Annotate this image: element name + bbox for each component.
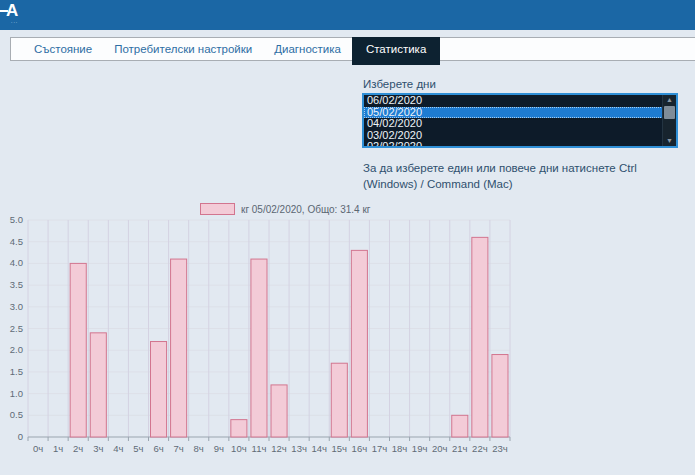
tab-diagnostics[interactable]: Диагностика: [263, 38, 352, 60]
svg-text:1.0: 1.0: [10, 388, 23, 399]
bar-15ч: [331, 363, 347, 437]
bar-11ч: [251, 259, 267, 437]
svg-text:7ч: 7ч: [174, 443, 184, 454]
svg-text:13ч: 13ч: [291, 443, 307, 454]
bar-23ч: [492, 355, 508, 437]
svg-text:9ч: 9ч: [214, 443, 224, 454]
svg-text:3ч: 3ч: [93, 443, 103, 454]
bar-6ч: [151, 342, 167, 437]
scrollbar-thumb[interactable]: [664, 106, 675, 119]
bar-21ч: [452, 415, 468, 437]
svg-text:5ч: 5ч: [133, 443, 143, 454]
app-window: A ... Състояние Потребителски настройки …: [0, 0, 695, 475]
scroll-up-icon[interactable]: ▲: [663, 95, 676, 105]
logo-subtext: ...: [11, 18, 18, 24]
app-header: A ...: [0, 0, 695, 30]
svg-text:4.5: 4.5: [10, 236, 23, 247]
svg-text:17ч: 17ч: [372, 443, 388, 454]
svg-text:15ч: 15ч: [332, 443, 348, 454]
svg-text:19ч: 19ч: [412, 443, 428, 454]
day-option[interactable]: 04/02/2020: [364, 118, 663, 130]
svg-text:1ч: 1ч: [53, 443, 63, 454]
svg-text:4.0: 4.0: [10, 257, 23, 268]
day-option[interactable]: 02/02/2020: [364, 141, 663, 148]
svg-text:12ч: 12ч: [271, 443, 287, 454]
bar-12ч: [271, 385, 287, 437]
day-option[interactable]: 06/02/2020: [364, 95, 663, 107]
svg-text:2.0: 2.0: [10, 344, 23, 355]
bar-16ч: [351, 250, 367, 437]
svg-text:3.0: 3.0: [10, 301, 23, 312]
svg-text:11ч: 11ч: [252, 443, 267, 454]
svg-text:16ч: 16ч: [352, 443, 368, 454]
svg-text:8ч: 8ч: [194, 443, 204, 454]
svg-text:22ч: 22ч: [472, 443, 488, 454]
bar-7ч: [171, 259, 187, 437]
bar-3ч: [90, 333, 106, 437]
svg-text:5.0: 5.0: [10, 214, 23, 225]
svg-text:0: 0: [18, 431, 23, 442]
bar-10ч: [231, 420, 247, 437]
bar-2ч: [70, 263, 86, 437]
day-selector-label: Изберете дни: [363, 78, 692, 90]
day-listbox[interactable]: 06/02/2020 05/02/2020 04/02/2020 03/02/2…: [362, 93, 678, 148]
day-selector-help-text: За да изберете един или повече дни натис…: [363, 160, 693, 192]
svg-text:4ч: 4ч: [113, 443, 123, 454]
svg-text:21ч: 21ч: [452, 443, 468, 454]
day-selector-panel: Изберете дни 06/02/2020 05/02/2020 04/02…: [362, 78, 692, 148]
svg-text:20ч: 20ч: [432, 443, 448, 454]
svg-text:2ч: 2ч: [73, 443, 83, 454]
svg-text:23ч: 23ч: [492, 443, 508, 454]
bar-22ч: [472, 237, 488, 437]
svg-text:2.5: 2.5: [10, 323, 23, 334]
bar-chart-svg: 00.51.01.52.02.53.03.54.04.55.00ч1ч2ч3ч4…: [0, 195, 530, 470]
tab-user-settings[interactable]: Потребителски настройки: [103, 38, 263, 60]
svg-text:0ч: 0ч: [33, 443, 43, 454]
svg-text:14ч: 14ч: [311, 443, 327, 454]
day-listbox-options: 06/02/2020 05/02/2020 04/02/2020 03/02/2…: [364, 95, 663, 148]
svg-text:10ч: 10ч: [231, 443, 247, 454]
tab-bar: Състояние Потребителски настройки Диагно…: [10, 37, 695, 61]
tab-status[interactable]: Състояние: [23, 38, 103, 60]
svg-text:1.5: 1.5: [10, 366, 23, 377]
svg-text:6ч: 6ч: [153, 443, 163, 454]
tab-statistics[interactable]: Статистика: [352, 37, 440, 65]
scroll-down-icon[interactable]: ▼: [663, 136, 676, 146]
svg-text:3.5: 3.5: [10, 279, 23, 290]
listbox-scrollbar[interactable]: ▲ ▼: [662, 95, 676, 146]
bar-chart: 00.51.01.52.02.53.03.54.04.55.00ч1ч2ч3ч4…: [0, 195, 530, 470]
svg-text:0.5: 0.5: [10, 409, 23, 420]
svg-text:18ч: 18ч: [392, 443, 408, 454]
